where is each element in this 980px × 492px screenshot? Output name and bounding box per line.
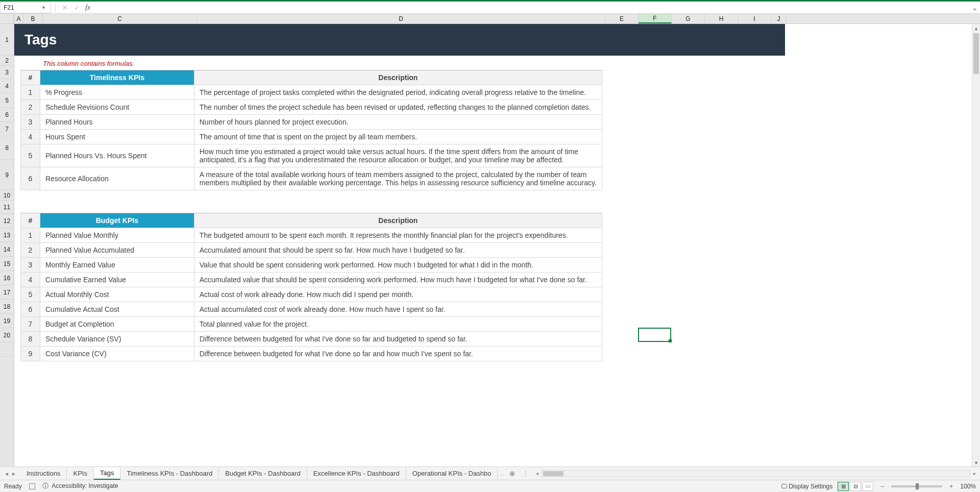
row-header[interactable]: 20 (0, 328, 14, 342)
row-number[interactable]: 5 (21, 144, 40, 167)
row-number[interactable]: 5 (21, 287, 40, 302)
sheet-nav-next-icon[interactable]: ▸ (10, 470, 17, 477)
row-header[interactable] (0, 342, 14, 357)
sheet-nav-prev-icon[interactable]: ◂ (3, 470, 10, 477)
row-header[interactable]: 10 (0, 190, 14, 201)
view-page-layout-button[interactable]: ▤ (850, 482, 861, 491)
row-header[interactable]: 19 (0, 314, 14, 328)
kpi-description[interactable]: Difference between budgeted for what I'v… (194, 332, 602, 347)
kpi-description[interactable]: The percentage of project tasks complete… (194, 85, 602, 100)
row-number[interactable]: 6 (21, 302, 40, 317)
row-header[interactable]: 9 (0, 160, 14, 190)
zoom-out-button[interactable]: − (878, 483, 886, 490)
kpi-description[interactable]: Accumulated amount that should be spent … (194, 243, 602, 258)
row-number[interactable]: 9 (21, 347, 40, 361)
column-header[interactable]: D (197, 14, 605, 23)
scroll-up-icon[interactable]: ▴ (972, 24, 980, 32)
fill-handle[interactable] (669, 339, 672, 342)
kpi-description[interactable]: The number of times the project schedule… (194, 100, 602, 115)
kpi-name[interactable]: Schedule Variance (SV) (40, 332, 194, 347)
kpi-name[interactable]: Budget at Completion (40, 317, 194, 332)
zoom-slider-knob[interactable] (916, 483, 919, 489)
row-header[interactable]: 15 (0, 257, 14, 271)
row-header[interactable]: 5 (0, 93, 14, 108)
sheet-tab[interactable]: Budget KPIs - Dashboard (219, 468, 307, 480)
row-number[interactable]: 1 (21, 85, 40, 100)
column-header[interactable]: H (705, 14, 738, 23)
sheet-tab[interactable]: Excellence KPIs - Dashboard (307, 468, 406, 480)
kpi-description[interactable]: The amount of time that is spent on the … (194, 130, 602, 144)
column-header[interactable]: J (771, 14, 787, 23)
row-number[interactable]: 3 (21, 115, 40, 130)
select-all-corner[interactable] (0, 14, 14, 24)
column-header[interactable]: E (605, 14, 639, 23)
scroll-down-icon[interactable]: ▾ (972, 458, 980, 466)
row-number[interactable]: 1 (21, 228, 40, 243)
sheet-tabs-more[interactable]: ... (498, 470, 505, 477)
column-header[interactable]: A (14, 14, 23, 23)
macro-record-icon[interactable] (29, 483, 35, 489)
kpi-description[interactable]: Accumulated value that should be spent c… (194, 273, 602, 287)
vertical-scrollbar[interactable]: ▴ ▾ (972, 24, 980, 466)
view-page-break-button[interactable]: ▭ (862, 482, 873, 491)
kpi-name[interactable]: Planned Hours (40, 115, 194, 130)
kpi-name[interactable]: Planned Hours Vs. Hours Spent (40, 144, 194, 167)
row-number[interactable]: 7 (21, 317, 40, 332)
kpi-description[interactable]: Difference between budgeted for what I'v… (194, 347, 602, 361)
kpi-name[interactable]: Schedule Revisions Count (40, 100, 194, 115)
kpi-name[interactable]: Planned Value Accumulated (40, 243, 194, 258)
row-header[interactable]: 14 (0, 242, 14, 257)
cells-area[interactable]: Tags This column contains formulas. # Ti… (14, 24, 980, 466)
kpi-description[interactable]: How much time you estimated a project wo… (194, 144, 602, 167)
column-header[interactable]: I (738, 14, 771, 23)
row-number[interactable]: 3 (21, 258, 40, 273)
kpi-name[interactable]: Planned Value Monthly (40, 228, 194, 243)
table-header-desc[interactable]: Description (194, 213, 602, 228)
row-header[interactable]: 8 (0, 136, 14, 160)
row-number[interactable]: 2 (21, 100, 40, 115)
fx-icon[interactable]: fx (85, 4, 90, 12)
sheet-tab[interactable]: KPIs (67, 468, 93, 480)
row-header[interactable]: 4 (0, 79, 14, 93)
kpi-description[interactable]: Actual accumulated cost of work already … (194, 302, 602, 317)
row-header[interactable]: 11 (0, 201, 14, 214)
table-header-num[interactable]: # (21, 213, 40, 228)
kpi-description[interactable]: The budgeted amount to be spent each mon… (194, 228, 602, 243)
hscroll-right-icon[interactable]: ▸ (972, 471, 977, 476)
row-header[interactable]: 16 (0, 271, 14, 285)
kpi-description[interactable]: Value that should be spent considering w… (194, 258, 602, 273)
kpi-name[interactable]: Monthly Earned Value (40, 258, 194, 273)
hscroll-thumb[interactable] (543, 471, 564, 476)
view-normal-button[interactable]: ▦ (838, 482, 849, 491)
tabs-menu-icon[interactable]: ⋮ (519, 470, 532, 477)
kpi-name[interactable]: Resource Allocation (40, 167, 194, 190)
row-header[interactable]: 7 (0, 122, 14, 136)
kpi-name[interactable]: Cumulative Actual Cost (40, 302, 194, 317)
column-header[interactable]: G (672, 14, 705, 23)
name-box[interactable]: F21 ▾ (0, 2, 51, 13)
table-header-kpi[interactable]: Budget KPIs (40, 213, 194, 228)
kpi-name[interactable]: Actual Monthly Cost (40, 287, 194, 302)
accessibility-status[interactable]: ⓘ Accessibility: Investigate (42, 482, 118, 490)
display-settings-button[interactable]: 🖵 Display Settings (781, 483, 832, 490)
row-header[interactable]: 6 (0, 108, 14, 122)
zoom-slider[interactable] (891, 485, 942, 487)
add-sheet-button[interactable]: ⊕ (505, 470, 519, 477)
horizontal-scrollbar[interactable]: ◂ ▸ (532, 470, 980, 477)
row-header[interactable]: 2 (0, 56, 14, 66)
kpi-name[interactable]: Cumulative Earned Value (40, 273, 194, 287)
row-header[interactable]: 17 (0, 285, 14, 300)
kpi-description[interactable]: Number of hours planned for project exec… (194, 115, 602, 130)
kpi-description[interactable]: A measure of the total available working… (194, 167, 602, 190)
column-header[interactable]: C (43, 14, 197, 23)
kpi-name[interactable]: Cost Variance (CV) (40, 347, 194, 361)
row-number[interactable]: 8 (21, 332, 40, 347)
sheet-tab[interactable]: Timeliness KPIs - Dashboard (120, 468, 219, 480)
scroll-thumb[interactable] (973, 33, 979, 74)
sheet-tab[interactable]: Tags (94, 468, 120, 480)
formula-input[interactable] (92, 2, 970, 13)
row-number[interactable]: 4 (21, 273, 40, 287)
column-header[interactable]: B (23, 14, 43, 23)
kpi-name[interactable]: % Progress (40, 85, 194, 100)
sheet-tab[interactable]: Operational KPIs - Dashbo (406, 468, 498, 480)
